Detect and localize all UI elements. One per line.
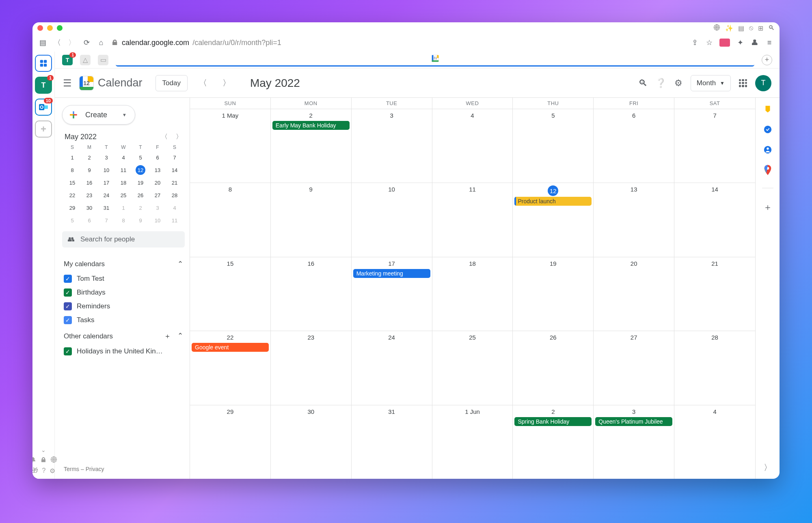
globe-icon[interactable]: 🌐︎ xyxy=(714,24,720,32)
globe-icon[interactable]: 🌐︎ xyxy=(51,456,57,464)
day-cell[interactable]: 22Google event xyxy=(190,331,271,405)
mini-prev-button[interactable]: 〈 xyxy=(161,133,168,141)
tasks-icon[interactable] xyxy=(763,125,773,134)
account-avatar[interactable]: T xyxy=(755,75,771,91)
day-cell[interactable]: 2Spring Bank Holiday xyxy=(513,405,594,479)
mini-day[interactable]: 6 xyxy=(81,215,98,226)
mini-day[interactable]: 11 xyxy=(166,215,183,226)
search-icon[interactable]: 🔍︎ xyxy=(768,24,775,32)
calendar-checkbox[interactable]: ✓ xyxy=(64,347,72,355)
mini-day[interactable]: 7 xyxy=(98,215,115,226)
bookmark-icon[interactable]: ☆ xyxy=(705,38,714,47)
collapse-icon[interactable]: ⌃ xyxy=(177,260,183,268)
day-cell[interactable]: 15 xyxy=(190,257,271,331)
calendar-checkbox[interactable]: ✓ xyxy=(64,316,72,324)
new-tab-button[interactable]: + xyxy=(762,55,772,65)
settings-gear-icon[interactable]: ⚙︎ xyxy=(674,78,682,88)
help-icon[interactable]: ❔ xyxy=(655,78,666,88)
mini-day[interactable]: 3 xyxy=(149,203,166,213)
search-icon[interactable]: 🔍︎ xyxy=(638,78,647,88)
mini-day[interactable]: 4 xyxy=(166,203,183,213)
day-cell[interactable]: 17Marketing meeting xyxy=(352,257,432,331)
terms-link[interactable]: Terms xyxy=(64,466,79,472)
calendar-checkbox[interactable]: ✓ xyxy=(64,275,72,283)
day-cell[interactable]: 26 xyxy=(513,331,594,405)
calendar-item[interactable]: ✓Tom Test xyxy=(62,274,185,284)
day-cell[interactable]: 4 xyxy=(674,405,755,479)
search-people-input[interactable]: 👥︎ Search for people xyxy=(62,231,185,248)
calendar-logo[interactable]: 12 Calendar xyxy=(79,76,143,90)
home-button[interactable]: ⌂ xyxy=(97,38,106,47)
mini-day[interactable]: 11 xyxy=(115,165,132,175)
panel-icon[interactable]: ▤ xyxy=(38,38,47,47)
day-cell[interactable]: 25 xyxy=(432,331,513,405)
day-cell[interactable]: 24 xyxy=(352,331,432,405)
day-cell[interactable]: 10 xyxy=(352,183,432,256)
mini-day[interactable]: 23 xyxy=(81,190,98,200)
forward-button[interactable]: 〉 xyxy=(67,38,76,47)
mini-day[interactable]: 24 xyxy=(98,190,115,200)
day-cell[interactable]: 27 xyxy=(594,331,674,405)
mini-day[interactable]: 3 xyxy=(98,153,115,163)
calendar-event[interactable]: Spring Bank Holiday xyxy=(514,417,592,426)
close-window-button[interactable] xyxy=(37,25,43,31)
workspace-teal[interactable]: T 1 xyxy=(35,77,52,94)
calendar-checkbox[interactable]: ✓ xyxy=(64,288,72,297)
lock-icon[interactable]: 🔒︎ xyxy=(40,456,47,464)
keep-icon[interactable] xyxy=(763,104,773,114)
day-cell[interactable]: 28 xyxy=(674,331,755,405)
mini-day[interactable]: 2 xyxy=(132,203,149,213)
day-cell[interactable]: 20 xyxy=(594,257,674,331)
mini-day[interactable]: 1 xyxy=(64,153,81,163)
tab-t[interactable]: T1 xyxy=(62,55,73,65)
mini-day[interactable]: 10 xyxy=(98,165,115,175)
sidebar-icon[interactable]: ▤ xyxy=(738,24,744,32)
extension-icon[interactable] xyxy=(719,39,730,47)
day-cell[interactable]: 31 xyxy=(352,405,432,479)
contacts-icon[interactable] xyxy=(763,145,773,155)
add-calendar-icon[interactable]: ＋ xyxy=(164,331,171,341)
bell-icon[interactable]: 🔔︎ xyxy=(32,456,36,464)
hide-sidepanel-button[interactable]: 〉 xyxy=(764,462,772,473)
collapse-icon[interactable]: ⌃ xyxy=(177,331,183,341)
mini-day[interactable]: 8 xyxy=(64,165,81,175)
mini-day[interactable]: 27 xyxy=(149,190,166,200)
calendar-item[interactable]: ✓Reminders xyxy=(62,301,185,311)
minimize-window-button[interactable] xyxy=(47,25,53,31)
mini-day[interactable]: 29 xyxy=(64,203,81,213)
reload-button[interactable]: ⟳ xyxy=(82,38,91,47)
maximize-window-button[interactable] xyxy=(57,25,63,31)
today-button[interactable]: Today xyxy=(155,75,188,91)
maps-icon[interactable] xyxy=(763,165,773,175)
grid-icon[interactable]: ⊞ xyxy=(758,24,763,32)
mini-day[interactable]: 22 xyxy=(64,190,81,200)
day-cell[interactable]: 11 xyxy=(432,183,513,256)
mini-day[interactable]: 13 xyxy=(149,165,166,175)
mini-day[interactable]: 20 xyxy=(149,178,166,188)
day-cell[interactable]: 1 Jun xyxy=(432,405,513,479)
mini-day[interactable]: 1 xyxy=(115,203,132,213)
prev-month-button[interactable]: 〈 xyxy=(195,75,211,91)
day-cell[interactable]: 3Queen's Platinum Jubilee xyxy=(594,405,674,479)
mini-day[interactable]: 5 xyxy=(64,215,81,226)
mini-day[interactable]: 14 xyxy=(166,165,183,175)
day-cell[interactable]: 3 xyxy=(352,109,432,183)
mini-day[interactable]: 26 xyxy=(132,190,149,200)
calendar-event[interactable]: Product launch xyxy=(514,197,592,206)
share-icon[interactable]: ⇪ xyxy=(690,38,699,47)
day-cell[interactable]: 2Early May Bank Holiday xyxy=(271,109,352,183)
day-cell[interactable]: 14 xyxy=(674,183,755,256)
day-cell[interactable]: 19 xyxy=(513,257,594,331)
mini-day[interactable]: 28 xyxy=(166,190,183,200)
address-bar[interactable]: 🔒︎ calendar.google.com/calendar/u/0/r/mo… xyxy=(111,39,281,47)
workspace-outlook[interactable]: 10 xyxy=(35,99,52,116)
mini-day[interactable]: 25 xyxy=(115,190,132,200)
add-workspace-button[interactable]: + xyxy=(35,121,52,138)
calendar-item[interactable]: ✓Birthdays xyxy=(62,288,185,297)
day-cell[interactable]: 4 xyxy=(432,109,513,183)
day-cell[interactable]: 29 xyxy=(190,405,271,479)
mini-day[interactable]: 2 xyxy=(81,153,98,163)
next-month-button[interactable]: 〉 xyxy=(218,75,235,91)
mini-next-button[interactable]: 〉 xyxy=(176,133,182,141)
mini-day[interactable]: 6 xyxy=(149,153,166,163)
